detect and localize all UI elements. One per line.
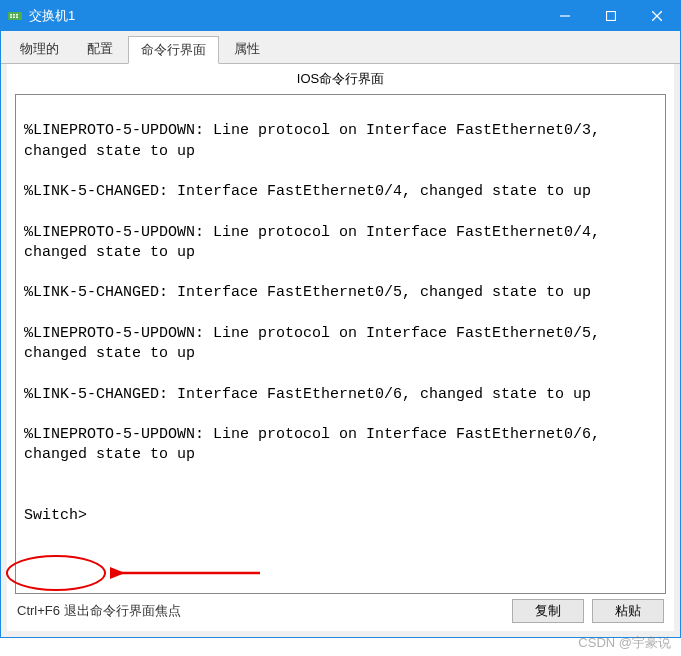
svg-rect-8	[607, 12, 616, 21]
close-icon	[652, 11, 662, 21]
maximize-button[interactable]	[588, 1, 634, 31]
cli-terminal[interactable]: %LINEPROTO-5-UPDOWN: Line protocol on In…	[15, 94, 666, 594]
window-controls	[542, 1, 680, 31]
minimize-icon	[560, 11, 570, 21]
bottom-bar: Ctrl+F6 退出命令行界面焦点 复制 粘贴	[7, 594, 674, 631]
cli-panel: IOS命令行界面 %LINEPROTO-5-UPDOWN: Line proto…	[7, 64, 674, 631]
svg-rect-5	[13, 17, 15, 19]
app-window: 交换机1 物理的 配置 命令行界面 属性 IOS命令行界面 %LINEPROTO…	[0, 0, 681, 638]
copy-button[interactable]: 复制	[512, 599, 584, 623]
close-button[interactable]	[634, 1, 680, 31]
svg-rect-3	[16, 14, 18, 16]
panel-title: IOS命令行界面	[7, 64, 674, 94]
tab-physical[interactable]: 物理的	[7, 35, 72, 63]
maximize-icon	[606, 11, 616, 21]
svg-rect-2	[13, 14, 15, 16]
app-icon	[7, 8, 23, 24]
svg-rect-0	[8, 12, 22, 20]
tab-config[interactable]: 配置	[74, 35, 126, 63]
tab-cli[interactable]: 命令行界面	[128, 36, 219, 64]
tab-bar: 物理的 配置 命令行界面 属性	[1, 31, 680, 64]
svg-rect-1	[10, 14, 12, 16]
window-title: 交换机1	[29, 7, 542, 25]
svg-rect-4	[10, 17, 12, 19]
minimize-button[interactable]	[542, 1, 588, 31]
svg-rect-6	[16, 17, 18, 19]
tab-attributes[interactable]: 属性	[221, 35, 273, 63]
titlebar[interactable]: 交换机1	[1, 1, 680, 31]
paste-button[interactable]: 粘贴	[592, 599, 664, 623]
focus-hint: Ctrl+F6 退出命令行界面焦点	[17, 602, 504, 620]
